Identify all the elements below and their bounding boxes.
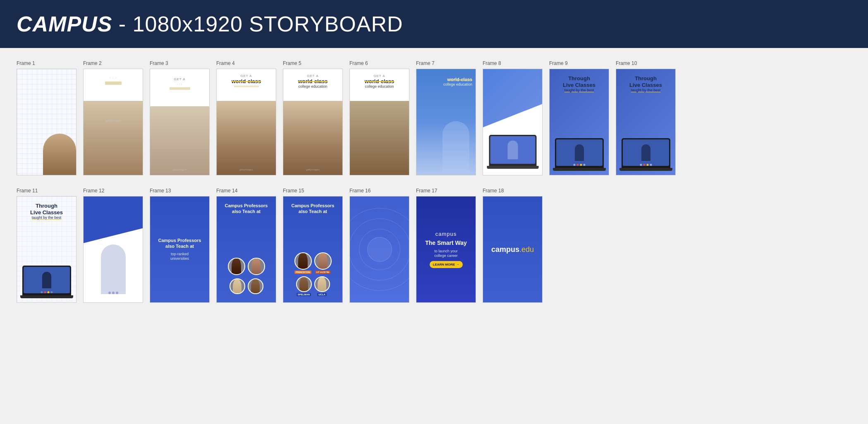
title-campus: CAMPUS — [17, 12, 112, 36]
frame-17-label: Frame 17 — [416, 188, 437, 194]
frame-3: GET A · · · gettyimages — [150, 69, 210, 175]
world-class-text: world-class — [283, 79, 342, 84]
person-silhouette — [442, 121, 469, 175]
frame-13-content: Campus Professors also Teach at top-rank… — [150, 196, 209, 302]
laptop-screen — [24, 267, 70, 293]
frame-5-container: Frame 5 GET A world-class college educat… — [283, 60, 343, 175]
frame-10: Through Live Classes taught by the best — [616, 69, 676, 175]
professors-title: Campus Professors also Teach at — [283, 203, 342, 215]
frame-11-container: Frame 11 Through Live Classes taught by … — [17, 188, 77, 303]
frame-13-container: Frame 13 Campus Professors also Teach at… — [150, 188, 210, 303]
smart-way-sub: to launch your college career — [434, 249, 458, 259]
circle-center — [367, 237, 392, 262]
avatar-3 — [230, 278, 245, 294]
person-silhouette — [43, 134, 76, 175]
frame-3-label: Frame 3 — [150, 60, 168, 66]
person-on-screen — [42, 272, 51, 288]
taught-text: taught by the best — [618, 88, 673, 92]
frame-17: campus The Smart Way to launch your coll… — [416, 196, 476, 303]
frame-8-container: Frame 8 — [483, 60, 543, 175]
professors-title: Campus Professors also Teach at — [217, 203, 276, 215]
frame-12-container: Frame 12 — [83, 188, 143, 303]
frame-9-container: Frame 9 Through Live Classes taught by t… — [549, 60, 609, 175]
frame-8-label: Frame 8 — [483, 60, 501, 66]
laptop-screen — [623, 139, 669, 166]
professors-title: Campus Professors also Teach at — [158, 237, 201, 249]
storyboard-row-1: Frame 1 Frame 2 · · · gettyimages Frame … — [17, 60, 851, 175]
frame-11-label: Frame 11 — [17, 188, 38, 194]
frame-5-text: GET A world-class college education — [283, 74, 342, 89]
avatar-1 — [228, 258, 245, 275]
frame-15-container: Frame 15 Campus Professors also Teach at — [283, 188, 343, 303]
frame-7: world-class college education — [416, 69, 476, 175]
avatar-ucla: UCLA — [314, 276, 330, 296]
frame-15-label: Frame 15 — [283, 188, 304, 194]
laptop-body — [622, 138, 670, 168]
main-content: Frame 1 Frame 2 · · · gettyimages Frame … — [0, 48, 868, 328]
dashes — [105, 81, 122, 85]
princeton-badge: PRINCETON — [294, 271, 311, 274]
smart-way-title: The Smart Way — [425, 240, 467, 247]
laptop-body — [22, 266, 71, 295]
frame-18-label: Frame 18 — [483, 188, 504, 194]
laptop-container — [622, 138, 670, 171]
frame-18-content: campus.edu — [483, 196, 542, 302]
getty-watermark: gettyimages — [239, 168, 253, 171]
frame-2-container: Frame 2 · · · gettyimages — [83, 60, 143, 175]
bottom-avatars: SPELMAN UCLA — [296, 276, 330, 296]
avatar-2 — [248, 258, 265, 275]
dot-yellow — [646, 164, 648, 166]
dots-row — [108, 292, 118, 294]
frame-7-text: world-class college education — [443, 77, 472, 86]
laptop-screen — [556, 139, 603, 166]
laptop-container — [22, 266, 71, 298]
frame-12 — [83, 196, 143, 303]
dot — [116, 292, 118, 294]
dot — [640, 164, 642, 166]
dash-line — [170, 87, 190, 90]
storyboard-row-2: Frame 11 Through Live Classes taught by … — [17, 188, 851, 303]
laptop-base — [487, 166, 538, 169]
frame-16 — [349, 196, 409, 303]
laptop-screen — [490, 136, 535, 164]
avatar-spelman: SPELMAN — [296, 276, 312, 296]
frame-4-label: Frame 4 — [216, 60, 235, 66]
frame-12-label: Frame 12 — [83, 188, 104, 194]
dot — [583, 164, 585, 166]
person-on-screen — [641, 144, 650, 161]
dot-red — [643, 164, 645, 166]
avatar-4 — [248, 278, 263, 294]
world-class-text: world-class — [443, 77, 472, 82]
ut-badge: UT AUSTIN — [315, 271, 331, 274]
world-class-text: world-class — [350, 79, 409, 84]
campus-edu-logo: campus.edu — [491, 245, 534, 254]
frame-18: campus.edu — [483, 196, 543, 303]
campus-logo: campus — [435, 231, 457, 237]
laptop-container — [555, 138, 604, 171]
dot-yellow — [580, 164, 582, 166]
laptop-base — [619, 168, 672, 171]
frame-5: GET A world-class college education gett… — [283, 69, 343, 175]
frame-3-container: Frame 3 GET A · · · gettyimages — [150, 60, 210, 175]
dots-line: · · · — [150, 82, 209, 86]
dot — [41, 291, 43, 293]
text-area: · · · — [84, 73, 143, 86]
frame-15: Campus Professors also Teach at PRINCETO… — [283, 196, 343, 303]
frame-2: · · · gettyimages — [83, 69, 143, 175]
get-a-text: GET A — [150, 77, 209, 81]
photo-background — [84, 101, 143, 175]
dot — [50, 291, 53, 293]
title-rest: - 1080x1920 STORYBOARD — [112, 12, 403, 36]
frame-16-label: Frame 16 — [349, 188, 371, 194]
photo-background — [283, 101, 342, 175]
learn-more-button[interactable]: LEARN MORE → — [430, 261, 463, 268]
text-overlay: GET A · · · — [150, 77, 209, 91]
frame-10-label: Frame 10 — [616, 60, 637, 66]
frame-13-label: Frame 13 — [150, 188, 171, 194]
frame-6-text: GET A world-class college education — [350, 74, 409, 89]
frame-6-label: Frame 6 — [349, 60, 368, 66]
frame-11-text: Through Live Classes taught by the best — [20, 203, 73, 220]
get-a-label: GET A — [217, 74, 276, 78]
through-text: Through Live Classes — [552, 75, 607, 88]
frame-9-label: Frame 9 — [549, 60, 568, 66]
